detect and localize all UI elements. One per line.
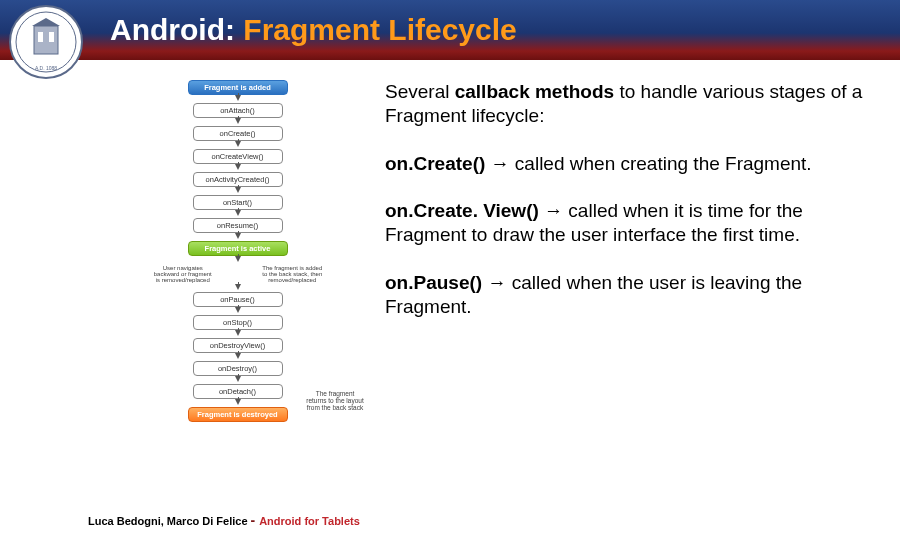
arrow-down-icon [130,284,345,292]
oncreateview-paragraph: on.Create. View() → called when it is ti… [385,199,870,247]
intro-pre: Several [385,81,455,102]
footer-dash: - [251,512,260,528]
arrow-down-icon [130,307,345,315]
arrow-down-icon [130,353,345,361]
oncreate-rest: → called when creating the Fragment. [485,153,811,174]
intro-paragraph: Several callback methods to handle vario… [385,80,870,128]
oncreateview-bold: on.Create. View() [385,200,539,221]
slide-footer: Luca Bedogni, Marco Di Felice - Android … [88,512,360,528]
university-seal-logo: A.D. 1088 [8,4,84,80]
arrow-down-icon [130,210,345,218]
arrow-down-icon [130,118,345,126]
arrow-down-icon [130,233,345,241]
footer-topic: Android for Tablets [259,515,360,527]
title-main: Fragment Lifecycle [243,13,516,46]
onpause-bold: on.Pause() [385,272,482,293]
arrow-down-icon [130,164,345,172]
slide-header: Android: Fragment Lifecycle [0,0,900,60]
oncreate-paragraph: on.Create() → called when creating the F… [385,152,870,176]
diagram-note-navigate-back: User navigates backward or fragment is r… [150,264,216,284]
oncreate-bold: on.Create() [385,153,485,174]
diagram-note-back-stack: The fragment is added to the back stack,… [259,264,325,284]
arrow-down-icon [130,141,345,149]
slide-title: Android: Fragment Lifecycle [110,13,517,47]
arrow-down-icon [130,256,345,264]
diagram-note-return: The fragment returns to the layout from … [305,390,365,411]
diagram-node-destroyed: Fragment is destroyed [188,407,288,422]
slide-body: Fragment is added onAttach() onCreate() … [0,60,900,422]
footer-authors: Luca Bedogni, Marco Di Felice [88,515,248,527]
arrow-down-icon [130,376,345,384]
svg-rect-4 [49,32,54,42]
diagram-split-row: User navigates backward or fragment is r… [130,264,345,284]
svg-text:A.D. 1088: A.D. 1088 [35,65,57,71]
arrow-down-icon [130,95,345,103]
title-prefix: Android: [110,13,243,46]
arrow-down-icon [130,330,345,338]
lifecycle-diagram: Fragment is added onAttach() onCreate() … [130,80,345,422]
svg-rect-3 [38,32,43,42]
arrow-down-icon [130,187,345,195]
onpause-paragraph: on.Pause() → called when the user is lea… [385,271,870,319]
intro-bold: callback methods [455,81,614,102]
slide-text: Several callback methods to handle vario… [385,80,870,422]
svg-rect-2 [34,26,58,54]
